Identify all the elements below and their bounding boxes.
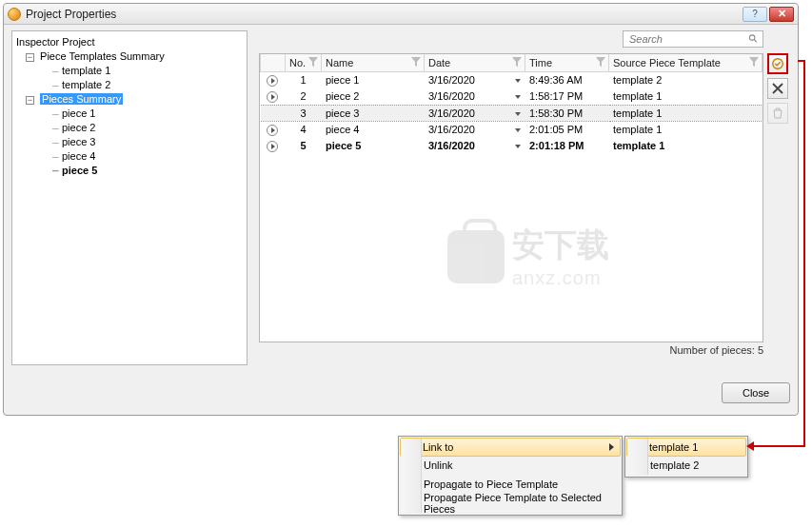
context-menu[interactable]: Link to Unlink Propagate to Piece Templa… xyxy=(398,436,623,516)
window-close-button[interactable]: ✕ xyxy=(769,7,794,22)
x-icon xyxy=(772,83,783,94)
filter-icon[interactable] xyxy=(749,57,759,67)
tree-root[interactable]: Inspector Project xyxy=(12,35,247,49)
collapse-icon[interactable]: − xyxy=(26,53,34,62)
col-name[interactable]: Name xyxy=(322,54,425,71)
tree-node-pieces-summary[interactable]: − Pieces Summary xyxy=(12,92,247,107)
tree-item-piece2[interactable]: —piece 2 xyxy=(12,121,247,135)
menu-propagate[interactable]: Propagate to Piece Template xyxy=(401,475,620,494)
tree-item-piece4[interactable]: —piece 4 xyxy=(12,149,247,164)
help-button[interactable]: ? xyxy=(743,7,767,22)
tree-panel[interactable]: Inspector Project − Piece Templates Summ… xyxy=(11,30,248,365)
link-to-submenu[interactable]: template 1 template 2 xyxy=(624,436,748,478)
side-toolbar xyxy=(767,53,790,124)
dropdown-icon[interactable] xyxy=(515,95,521,99)
menu-link-to[interactable]: Link to xyxy=(400,438,621,457)
annotation-line xyxy=(752,445,805,447)
play-icon[interactable] xyxy=(267,91,278,103)
annotation-arrow-icon xyxy=(746,441,754,451)
tree-item-piece3[interactable]: —piece 3 xyxy=(12,135,247,149)
search-box[interactable] xyxy=(623,30,763,48)
col-no[interactable]: No. xyxy=(286,54,322,71)
table-row[interactable]: 5piece 53/16/20202:01:18 PMtemplate 1 xyxy=(261,138,762,154)
close-button[interactable]: Close xyxy=(722,382,790,403)
project-properties-window: Project Properties ? ✕ Inspector Project… xyxy=(3,3,799,416)
tree-node-templates-summary[interactable]: − Piece Templates Summary xyxy=(12,49,247,64)
dropdown-icon[interactable] xyxy=(515,112,521,116)
annotation-line xyxy=(803,60,805,447)
play-icon[interactable] xyxy=(267,125,278,136)
trash-icon xyxy=(772,107,783,119)
tree-item-template2[interactable]: —template 2 xyxy=(12,78,247,92)
filter-icon[interactable] xyxy=(308,57,318,67)
dropdown-icon[interactable] xyxy=(515,79,521,83)
tree-item-piece1[interactable]: —piece 1 xyxy=(12,107,247,121)
col-time[interactable]: Time xyxy=(525,54,609,71)
dropdown-icon[interactable] xyxy=(515,128,521,132)
tree-item-template1[interactable]: —template 1 xyxy=(12,64,247,78)
filter-icon[interactable] xyxy=(596,57,605,67)
window-title: Project Properties xyxy=(26,8,116,21)
svg-point-0 xyxy=(749,35,755,41)
menu-unlink[interactable]: Unlink xyxy=(401,456,620,475)
submenu-arrow-icon xyxy=(609,443,614,451)
link-button[interactable] xyxy=(767,53,788,74)
titlebar[interactable]: Project Properties ? ✕ xyxy=(4,4,798,25)
play-icon[interactable] xyxy=(267,141,278,152)
col-icon[interactable] xyxy=(261,54,286,71)
table-row[interactable]: 1piece 13/16/20208:49:36 AMtemplate 2 xyxy=(261,71,762,88)
col-date[interactable]: Date xyxy=(425,54,525,71)
right-panel: No. Name Date Time xyxy=(259,30,790,365)
dropdown-icon[interactable] xyxy=(515,145,521,148)
collapse-icon[interactable]: − xyxy=(26,96,34,105)
filter-icon[interactable] xyxy=(512,57,522,67)
link-icon xyxy=(771,57,784,70)
app-icon xyxy=(8,8,21,21)
table-row[interactable]: 3piece 33/16/20201:58:30 PMtemplate 1 xyxy=(261,105,762,121)
submenu-template2[interactable]: template 2 xyxy=(627,456,745,475)
tree-item-piece5[interactable]: —piece 5 xyxy=(12,164,247,178)
search-input[interactable] xyxy=(627,32,748,46)
status-text: Number of pieces: 5 xyxy=(670,344,763,356)
play-icon[interactable] xyxy=(267,75,278,87)
trash-button[interactable] xyxy=(767,103,788,124)
table-row[interactable]: 4piece 43/16/20202:01:05 PMtemplate 1 xyxy=(261,121,762,138)
pieces-table[interactable]: No. Name Date Time xyxy=(259,53,763,342)
svg-line-1 xyxy=(754,40,757,43)
table-row[interactable]: 2piece 23/16/20201:58:17 PMtemplate 1 xyxy=(261,88,762,106)
menu-propagate-selected[interactable]: Propagate Piece Template to Selected Pie… xyxy=(401,494,620,513)
col-source[interactable]: Source Piece Template xyxy=(609,54,762,71)
filter-icon[interactable] xyxy=(411,57,421,67)
delete-button[interactable] xyxy=(767,78,788,99)
search-icon xyxy=(748,33,759,45)
submenu-template1[interactable]: template 1 xyxy=(626,438,746,457)
